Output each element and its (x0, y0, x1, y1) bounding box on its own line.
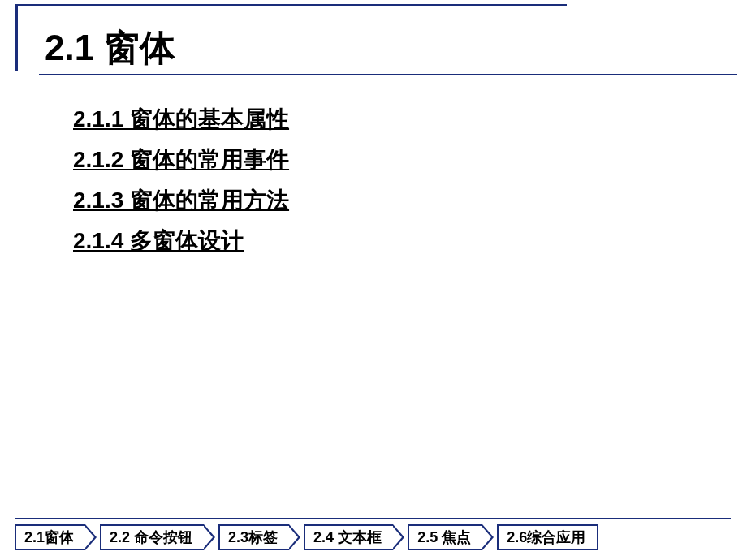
title-top-bar (15, 4, 567, 6)
nav-tab-25[interactable]: 2.5 焦点 (408, 524, 482, 550)
nav-tab-21[interactable]: 2.1窗体 (15, 524, 85, 550)
title-left-bar (15, 4, 18, 71)
page-title: 2.1 窗体 (0, 24, 747, 75)
topic-link-213[interactable]: 2.1.3 窗体的常用方法 (73, 185, 747, 216)
nav-tab-22[interactable]: 2.2 命令按钮 (100, 524, 204, 550)
topic-link-214[interactable]: 2.1.4 多窗体设计 (73, 226, 747, 256)
title-container: 2.1 窗体 (0, 0, 747, 75)
nav-tab-24[interactable]: 2.4 文本框 (304, 524, 393, 550)
title-underline (39, 74, 737, 75)
nav-tab-26[interactable]: 2.6综合应用 (497, 524, 598, 550)
bottom-nav: 2.1窗体 2.2 命令按钮 2.3标签 2.4 文本框 2.5 焦点 2.6综… (15, 518, 747, 550)
topic-link-211[interactable]: 2.1.1 窗体的基本属性 (73, 104, 747, 135)
topic-link-212[interactable]: 2.1.2 窗体的常用事件 (73, 144, 747, 175)
nav-tabs: 2.1窗体 2.2 命令按钮 2.3标签 2.4 文本框 2.5 焦点 2.6综… (15, 519, 747, 550)
nav-tab-23[interactable]: 2.3标签 (218, 524, 289, 550)
content: 2.1.1 窗体的基本属性 2.1.2 窗体的常用事件 2.1.3 窗体的常用方… (0, 75, 747, 256)
